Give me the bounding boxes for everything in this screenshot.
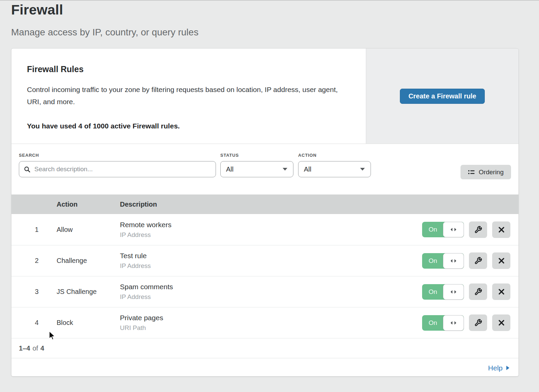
create-rule-panel: Create a Firewall rule xyxy=(366,49,518,144)
action-filter: ACTION All xyxy=(298,153,371,177)
firewall-rules-card: Firewall Rules Control incoming traffic … xyxy=(11,48,519,376)
rule-action: Block xyxy=(57,319,120,327)
card-description: Control incoming traffic to your zone by… xyxy=(27,84,347,108)
wrench-icon xyxy=(474,257,482,265)
help-row: Help xyxy=(11,358,518,376)
card-heading: Firewall Rules xyxy=(27,64,366,74)
rule-action: JS Challenge xyxy=(57,288,120,296)
table-body: 1 Allow Remote workers IP Address On xyxy=(11,214,518,338)
rule-toggle[interactable]: On xyxy=(422,253,464,269)
edit-rule-button[interactable] xyxy=(469,314,487,331)
status-select[interactable]: All xyxy=(220,161,293,177)
action-select-value: All xyxy=(304,165,311,173)
action-select[interactable]: All xyxy=(298,161,371,177)
left-right-arrows-icon xyxy=(450,227,457,232)
search-label: SEARCH xyxy=(19,153,216,158)
help-link[interactable]: Help xyxy=(488,364,510,372)
wrench-icon xyxy=(474,319,482,327)
toggle-state-label: On xyxy=(422,253,444,269)
search-input-wrap xyxy=(19,161,216,177)
column-description: Description xyxy=(120,201,518,208)
left-right-arrows-icon xyxy=(450,321,457,325)
search-icon xyxy=(24,166,30,173)
rule-description: Private pages xyxy=(120,314,422,322)
delete-rule-button[interactable] xyxy=(492,314,510,331)
ordered-list-icon xyxy=(468,169,475,175)
rule-number: 3 xyxy=(32,288,42,296)
rule-toggle[interactable]: On xyxy=(422,315,464,331)
toggle-state-label: On xyxy=(422,315,444,331)
rule-description-cell: Spam comments IP Address xyxy=(120,283,422,301)
rule-action: Challenge xyxy=(57,257,120,265)
firewall-page: Firewall Manage access by IP, country, o… xyxy=(0,0,539,392)
rule-description-cell: Test rule IP Address xyxy=(120,252,422,270)
x-icon xyxy=(498,320,505,326)
rule-number: 1 xyxy=(32,226,42,234)
pagination-total: 4 xyxy=(40,344,44,352)
toggle-knob[interactable] xyxy=(443,253,464,269)
toggle-knob[interactable] xyxy=(443,284,464,300)
edit-rule-button[interactable] xyxy=(469,221,487,238)
arrow-right-icon xyxy=(506,365,510,370)
column-action: Action xyxy=(57,201,120,208)
rules-intro-text: Firewall Rules Control incoming traffic … xyxy=(11,49,366,144)
chevron-down-icon xyxy=(360,168,365,171)
chevron-down-icon xyxy=(282,168,288,171)
rule-controls: On xyxy=(422,221,510,238)
rule-description: Spam comments xyxy=(120,283,422,291)
wrench-icon xyxy=(474,226,482,234)
status-label: STATUS xyxy=(220,153,293,158)
table-header: Action Description xyxy=(11,194,518,214)
rule-number: 4 xyxy=(32,319,42,327)
usage-note: You have used 4 of 1000 active Firewall … xyxy=(27,122,366,130)
delete-rule-button[interactable] xyxy=(492,221,510,238)
pagination-range: 1–4 xyxy=(19,344,30,352)
toggle-knob[interactable] xyxy=(443,315,464,331)
table-row: 3 JS Challenge Spam comments IP Address … xyxy=(11,276,518,307)
x-icon xyxy=(498,258,505,264)
toggle-knob[interactable] xyxy=(443,222,464,237)
page-subtitle: Manage access by IP, country, or query r… xyxy=(11,27,198,38)
create-firewall-rule-button[interactable]: Create a Firewall rule xyxy=(400,89,484,104)
rule-match-type: IP Address xyxy=(120,293,422,301)
help-link-label: Help xyxy=(488,364,503,372)
rule-match-type: IP Address xyxy=(120,231,422,239)
rules-intro-section: Firewall Rules Control incoming traffic … xyxy=(11,49,518,144)
rule-number: 2 xyxy=(32,257,42,265)
rule-controls: On xyxy=(422,314,510,331)
rule-description-cell: Remote workers IP Address xyxy=(120,221,422,239)
rule-toggle[interactable]: On xyxy=(422,284,464,300)
search-input[interactable] xyxy=(34,165,211,173)
filters-bar: SEARCH STATUS All xyxy=(11,144,518,194)
rule-controls: On xyxy=(422,283,510,300)
status-select-value: All xyxy=(226,165,233,173)
toggle-state-label: On xyxy=(422,222,444,237)
pagination-of: of xyxy=(32,344,38,352)
left-right-arrows-icon xyxy=(450,259,457,263)
rule-description: Test rule xyxy=(120,252,422,260)
edit-rule-button[interactable] xyxy=(469,283,487,300)
wrench-icon xyxy=(474,288,482,296)
delete-rule-button[interactable] xyxy=(492,283,510,300)
x-icon xyxy=(498,289,505,295)
left-right-arrows-icon xyxy=(450,290,457,294)
pagination: 1–4 of 4 xyxy=(11,338,518,358)
ordering-button[interactable]: Ordering xyxy=(461,165,511,179)
toggle-state-label: On xyxy=(422,284,444,300)
rule-match-type: URI Path xyxy=(120,324,422,332)
rule-match-type: IP Address xyxy=(120,262,422,270)
edit-rule-button[interactable] xyxy=(469,252,487,269)
ordering-button-label: Ordering xyxy=(479,169,504,176)
page-title: Firewall xyxy=(11,2,63,18)
rule-controls: On xyxy=(422,252,510,269)
action-label: ACTION xyxy=(298,153,371,158)
status-filter: STATUS All xyxy=(220,153,293,177)
table-row: 1 Allow Remote workers IP Address On xyxy=(11,214,518,245)
rule-description-cell: Private pages URI Path xyxy=(120,314,422,332)
rule-action: Allow xyxy=(57,226,120,234)
table-row: 4 Block Private pages URI Path On xyxy=(11,307,518,338)
delete-rule-button[interactable] xyxy=(492,252,510,269)
rule-toggle[interactable]: On xyxy=(422,222,464,237)
rule-description: Remote workers xyxy=(120,221,422,229)
x-icon xyxy=(498,227,505,233)
